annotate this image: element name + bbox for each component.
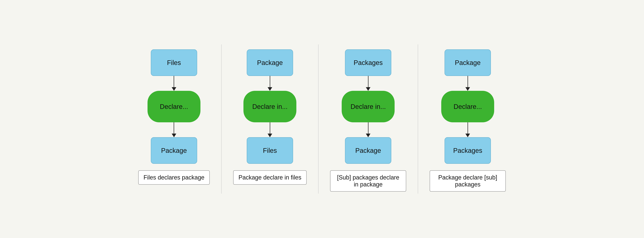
diagram-4-green-node: Declare ... — [441, 91, 494, 122]
arrow-line — [468, 76, 468, 87]
diagram-4-top-node: Package — [444, 49, 491, 76]
arrow-line — [270, 122, 270, 134]
diagram-4-wrapper: Package Declare ... Packages Package dec… — [430, 44, 506, 192]
diagram-4-caption: Package declare [sub] packages — [430, 170, 506, 192]
diagrams-container: Files Declare ... Package Files declares… — [128, 35, 516, 203]
arrow-head — [466, 87, 470, 91]
diagram-4: Package Declare ... Packages — [438, 44, 498, 167]
diagram-3-arrow-1 — [366, 76, 370, 91]
diagram-1-caption: Files declares package — [138, 170, 210, 185]
diagram-2: Package Declare in ... Files — [240, 44, 300, 167]
diagram-3-green-node: Declare in ... — [342, 91, 394, 122]
diagram-1-arrow-1 — [172, 76, 176, 91]
arrow-head — [268, 134, 272, 137]
diagram-3-caption: [Sub] packages declare in package — [330, 170, 406, 192]
arrow-head — [366, 134, 370, 137]
diagram-1: Files Declare ... Package — [144, 44, 204, 167]
arrow-line — [368, 76, 368, 87]
arrow-line — [270, 76, 270, 87]
diagram-1-wrapper: Files Declare ... Package Files declares… — [138, 44, 210, 185]
arrow-head — [172, 87, 176, 91]
diagram-2-wrapper: Package Declare in ... Files Package dec… — [233, 44, 306, 185]
diagram-4-arrow-2 — [466, 122, 470, 137]
arrow-head — [172, 134, 176, 137]
divider-3 — [418, 44, 418, 194]
arrow-line — [368, 122, 368, 134]
diagram-4-arrow-1 — [466, 76, 470, 91]
diagram-3-top-node: Packages — [345, 49, 391, 76]
diagram-2-bottom-node: Files — [247, 137, 293, 164]
diagram-3: Packages Declare in ... Package — [338, 44, 398, 167]
arrow-head — [268, 87, 272, 91]
diagram-1-green-node: Declare ... — [148, 91, 200, 122]
diagram-3-bottom-node: Package — [345, 137, 391, 164]
diagram-1-top-node: Files — [151, 49, 197, 76]
arrow-head — [366, 87, 370, 91]
arrow-line — [174, 122, 174, 134]
diagram-2-caption: Package declare in files — [233, 170, 306, 185]
divider-1 — [221, 44, 222, 194]
diagram-2-arrow-2 — [268, 122, 272, 137]
diagram-2-arrow-1 — [268, 76, 272, 91]
diagram-4-bottom-node: Packages — [444, 137, 491, 164]
diagram-1-arrow-2 — [172, 122, 176, 137]
divider-2 — [318, 44, 318, 194]
diagram-1-bottom-node: Package — [151, 137, 197, 164]
arrow-line — [174, 76, 174, 87]
diagram-3-wrapper: Packages Declare in ... Package [Sub] pa… — [330, 44, 406, 192]
arrow-head — [466, 134, 470, 137]
diagram-2-top-node: Package — [247, 49, 293, 76]
arrow-line — [468, 122, 468, 134]
diagram-2-green-node: Declare in ... — [244, 91, 296, 122]
diagram-3-arrow-2 — [366, 122, 370, 137]
